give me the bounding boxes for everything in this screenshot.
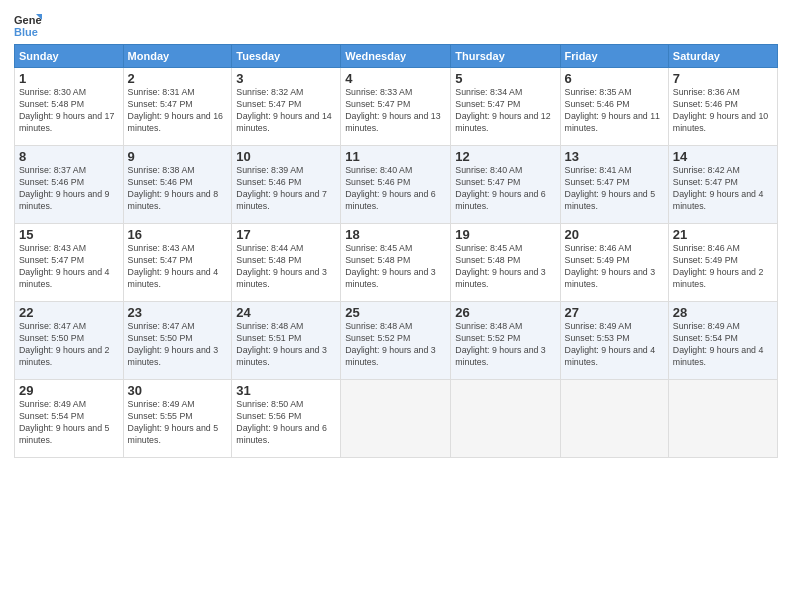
calendar-cell: [451, 380, 560, 458]
day-number: 27: [565, 305, 664, 320]
col-header-sunday: Sunday: [15, 45, 124, 68]
calendar-cell: 4Sunrise: 8:33 AMSunset: 5:47 PMDaylight…: [341, 68, 451, 146]
day-number: 30: [128, 383, 228, 398]
day-info: Sunrise: 8:40 AMSunset: 5:47 PMDaylight:…: [455, 165, 555, 213]
day-number: 12: [455, 149, 555, 164]
calendar-header: SundayMondayTuesdayWednesdayThursdayFrid…: [15, 45, 778, 68]
day-number: 16: [128, 227, 228, 242]
day-info: Sunrise: 8:48 AMSunset: 5:51 PMDaylight:…: [236, 321, 336, 369]
day-info: Sunrise: 8:43 AMSunset: 5:47 PMDaylight:…: [19, 243, 119, 291]
calendar-cell: 28Sunrise: 8:49 AMSunset: 5:54 PMDayligh…: [668, 302, 777, 380]
col-header-friday: Friday: [560, 45, 668, 68]
day-number: 6: [565, 71, 664, 86]
day-info: Sunrise: 8:38 AMSunset: 5:46 PMDaylight:…: [128, 165, 228, 213]
calendar-cell: 11Sunrise: 8:40 AMSunset: 5:46 PMDayligh…: [341, 146, 451, 224]
day-number: 14: [673, 149, 773, 164]
day-number: 5: [455, 71, 555, 86]
day-info: Sunrise: 8:45 AMSunset: 5:48 PMDaylight:…: [455, 243, 555, 291]
day-number: 23: [128, 305, 228, 320]
svg-text:General: General: [14, 14, 42, 26]
day-number: 9: [128, 149, 228, 164]
calendar-cell: 29Sunrise: 8:49 AMSunset: 5:54 PMDayligh…: [15, 380, 124, 458]
day-number: 4: [345, 71, 446, 86]
calendar-cell: [668, 380, 777, 458]
calendar-cell: 22Sunrise: 8:47 AMSunset: 5:50 PMDayligh…: [15, 302, 124, 380]
day-info: Sunrise: 8:44 AMSunset: 5:48 PMDaylight:…: [236, 243, 336, 291]
day-number: 31: [236, 383, 336, 398]
week-row-5: 29Sunrise: 8:49 AMSunset: 5:54 PMDayligh…: [15, 380, 778, 458]
day-info: Sunrise: 8:43 AMSunset: 5:47 PMDaylight:…: [128, 243, 228, 291]
day-number: 24: [236, 305, 336, 320]
day-info: Sunrise: 8:31 AMSunset: 5:47 PMDaylight:…: [128, 87, 228, 135]
calendar-cell: 19Sunrise: 8:45 AMSunset: 5:48 PMDayligh…: [451, 224, 560, 302]
day-info: Sunrise: 8:42 AMSunset: 5:47 PMDaylight:…: [673, 165, 773, 213]
calendar-cell: 31Sunrise: 8:50 AMSunset: 5:56 PMDayligh…: [232, 380, 341, 458]
calendar-cell: 15Sunrise: 8:43 AMSunset: 5:47 PMDayligh…: [15, 224, 124, 302]
day-info: Sunrise: 8:36 AMSunset: 5:46 PMDaylight:…: [673, 87, 773, 135]
day-number: 18: [345, 227, 446, 242]
calendar-cell: 24Sunrise: 8:48 AMSunset: 5:51 PMDayligh…: [232, 302, 341, 380]
col-header-monday: Monday: [123, 45, 232, 68]
day-info: Sunrise: 8:34 AMSunset: 5:47 PMDaylight:…: [455, 87, 555, 135]
day-info: Sunrise: 8:35 AMSunset: 5:46 PMDaylight:…: [565, 87, 664, 135]
day-number: 25: [345, 305, 446, 320]
calendar-cell: 9Sunrise: 8:38 AMSunset: 5:46 PMDaylight…: [123, 146, 232, 224]
calendar-cell: 18Sunrise: 8:45 AMSunset: 5:48 PMDayligh…: [341, 224, 451, 302]
day-info: Sunrise: 8:33 AMSunset: 5:47 PMDaylight:…: [345, 87, 446, 135]
calendar-cell: [560, 380, 668, 458]
day-number: 3: [236, 71, 336, 86]
day-number: 19: [455, 227, 555, 242]
calendar: SundayMondayTuesdayWednesdayThursdayFrid…: [14, 44, 778, 458]
day-info: Sunrise: 8:49 AMSunset: 5:54 PMDaylight:…: [673, 321, 773, 369]
col-header-tuesday: Tuesday: [232, 45, 341, 68]
logo-icon: General Blue: [14, 10, 42, 38]
day-info: Sunrise: 8:46 AMSunset: 5:49 PMDaylight:…: [673, 243, 773, 291]
week-row-4: 22Sunrise: 8:47 AMSunset: 5:50 PMDayligh…: [15, 302, 778, 380]
day-info: Sunrise: 8:49 AMSunset: 5:54 PMDaylight:…: [19, 399, 119, 447]
day-info: Sunrise: 8:39 AMSunset: 5:46 PMDaylight:…: [236, 165, 336, 213]
day-info: Sunrise: 8:48 AMSunset: 5:52 PMDaylight:…: [345, 321, 446, 369]
day-number: 22: [19, 305, 119, 320]
calendar-cell: 26Sunrise: 8:48 AMSunset: 5:52 PMDayligh…: [451, 302, 560, 380]
col-header-thursday: Thursday: [451, 45, 560, 68]
calendar-cell: 21Sunrise: 8:46 AMSunset: 5:49 PMDayligh…: [668, 224, 777, 302]
calendar-cell: 14Sunrise: 8:42 AMSunset: 5:47 PMDayligh…: [668, 146, 777, 224]
calendar-cell: 13Sunrise: 8:41 AMSunset: 5:47 PMDayligh…: [560, 146, 668, 224]
day-info: Sunrise: 8:30 AMSunset: 5:48 PMDaylight:…: [19, 87, 119, 135]
day-info: Sunrise: 8:37 AMSunset: 5:46 PMDaylight:…: [19, 165, 119, 213]
calendar-cell: 16Sunrise: 8:43 AMSunset: 5:47 PMDayligh…: [123, 224, 232, 302]
week-row-1: 1Sunrise: 8:30 AMSunset: 5:48 PMDaylight…: [15, 68, 778, 146]
calendar-cell: 27Sunrise: 8:49 AMSunset: 5:53 PMDayligh…: [560, 302, 668, 380]
col-header-wednesday: Wednesday: [341, 45, 451, 68]
calendar-cell: 17Sunrise: 8:44 AMSunset: 5:48 PMDayligh…: [232, 224, 341, 302]
calendar-cell: [341, 380, 451, 458]
day-info: Sunrise: 8:40 AMSunset: 5:46 PMDaylight:…: [345, 165, 446, 213]
calendar-cell: 2Sunrise: 8:31 AMSunset: 5:47 PMDaylight…: [123, 68, 232, 146]
day-number: 10: [236, 149, 336, 164]
day-info: Sunrise: 8:50 AMSunset: 5:56 PMDaylight:…: [236, 399, 336, 447]
calendar-cell: 23Sunrise: 8:47 AMSunset: 5:50 PMDayligh…: [123, 302, 232, 380]
day-info: Sunrise: 8:45 AMSunset: 5:48 PMDaylight:…: [345, 243, 446, 291]
day-number: 21: [673, 227, 773, 242]
day-info: Sunrise: 8:47 AMSunset: 5:50 PMDaylight:…: [128, 321, 228, 369]
day-info: Sunrise: 8:47 AMSunset: 5:50 PMDaylight:…: [19, 321, 119, 369]
calendar-cell: 5Sunrise: 8:34 AMSunset: 5:47 PMDaylight…: [451, 68, 560, 146]
day-number: 11: [345, 149, 446, 164]
day-info: Sunrise: 8:32 AMSunset: 5:47 PMDaylight:…: [236, 87, 336, 135]
calendar-cell: 30Sunrise: 8:49 AMSunset: 5:55 PMDayligh…: [123, 380, 232, 458]
day-number: 7: [673, 71, 773, 86]
calendar-cell: 3Sunrise: 8:32 AMSunset: 5:47 PMDaylight…: [232, 68, 341, 146]
calendar-cell: 25Sunrise: 8:48 AMSunset: 5:52 PMDayligh…: [341, 302, 451, 380]
col-header-saturday: Saturday: [668, 45, 777, 68]
calendar-cell: 12Sunrise: 8:40 AMSunset: 5:47 PMDayligh…: [451, 146, 560, 224]
calendar-cell: 8Sunrise: 8:37 AMSunset: 5:46 PMDaylight…: [15, 146, 124, 224]
calendar-cell: 10Sunrise: 8:39 AMSunset: 5:46 PMDayligh…: [232, 146, 341, 224]
day-info: Sunrise: 8:46 AMSunset: 5:49 PMDaylight:…: [565, 243, 664, 291]
day-info: Sunrise: 8:41 AMSunset: 5:47 PMDaylight:…: [565, 165, 664, 213]
day-number: 1: [19, 71, 119, 86]
day-number: 29: [19, 383, 119, 398]
calendar-cell: 1Sunrise: 8:30 AMSunset: 5:48 PMDaylight…: [15, 68, 124, 146]
calendar-cell: 7Sunrise: 8:36 AMSunset: 5:46 PMDaylight…: [668, 68, 777, 146]
day-number: 15: [19, 227, 119, 242]
day-number: 26: [455, 305, 555, 320]
